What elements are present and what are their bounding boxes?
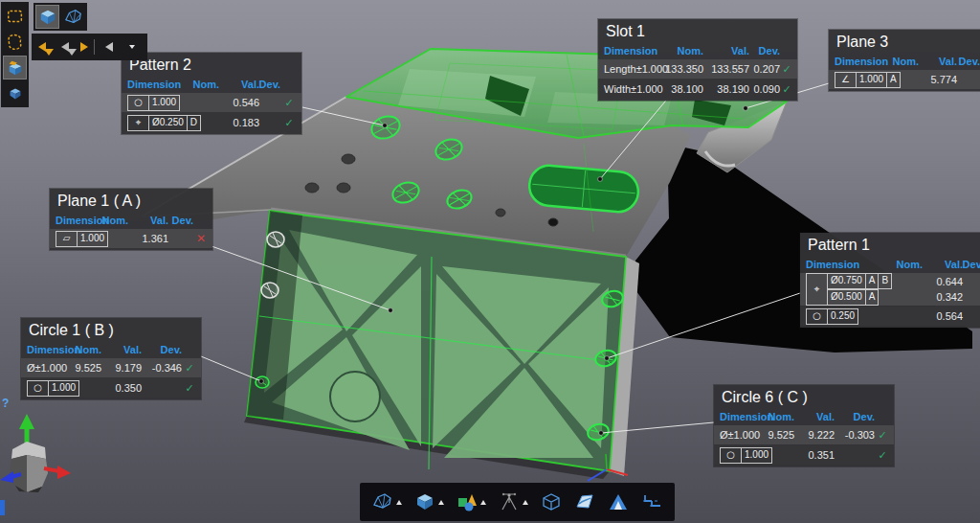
callout-header-row: DimensionNom.Val.Dev. xyxy=(21,341,201,357)
deviation-value: -0.346 xyxy=(152,362,182,374)
measurement-row[interactable]: Width±1.00038.10038.1900.090✓ xyxy=(598,80,797,99)
cad-model-tools-button[interactable] xyxy=(412,487,447,517)
selection-toolbar xyxy=(1,2,29,107)
surface-view-button[interactable] xyxy=(35,5,59,29)
pass-icon: ✓ xyxy=(185,362,193,375)
wireframe-view-button[interactable] xyxy=(61,5,85,29)
measurement-row[interactable]: Ø±1.0009.5259.179-0.346✓ xyxy=(21,358,201,377)
measurement-row[interactable]: Length±1.000133.350133.5570.207✓ xyxy=(598,59,797,79)
selection-extra-button[interactable] xyxy=(3,81,27,105)
tolerance-box: 1.000 xyxy=(148,95,180,111)
callout-slot-1[interactable]: Slot 1DimensionNom.Val.Dev.Length±1.0001… xyxy=(598,19,797,101)
column-header: Val. xyxy=(123,344,142,355)
circularity-symbol-icon: ○ xyxy=(127,95,149,111)
views-dropdown-button[interactable] xyxy=(122,36,143,58)
leader-target-dot xyxy=(744,106,748,111)
measured-value: 0.564 xyxy=(936,310,963,322)
volumetric-selection-button[interactable] xyxy=(3,56,27,80)
fcf-line: Ø0.750AB xyxy=(828,273,892,289)
rotate-view-left-button[interactable] xyxy=(36,36,57,58)
callout-header-row: DimensionNom.Val.Dev. xyxy=(714,408,894,424)
callout-pattern-2[interactable]: Pattern 2DimensionNom.Val.Dev.○1.0000.54… xyxy=(122,53,301,134)
device-position-button[interactable] xyxy=(496,487,531,517)
view-mode-toolbar xyxy=(33,3,87,31)
measured-value: 38.190 xyxy=(717,83,749,95)
rotate-view-button[interactable] xyxy=(59,36,90,58)
column-header: Val. xyxy=(939,56,957,67)
callout-header-row: DimensionNom.Val.Dev. xyxy=(800,256,980,272)
freeform-selection-button[interactable] xyxy=(3,30,27,54)
help-glyph[interactable]: ? xyxy=(2,397,9,410)
pass-icon: ✓ xyxy=(878,429,886,442)
navigation-toolbar xyxy=(32,34,147,60)
application-window: ? Pattern 2DimensionNom.Val.Dev.○1.0000.… xyxy=(0,0,980,523)
callout-circle-6[interactable]: Circle 6 ( C )DimensionNom.Val.Dev.Ø±1.0… xyxy=(714,385,894,466)
chevron-down-icon xyxy=(129,45,135,49)
pass-icon: ✓ xyxy=(284,97,293,109)
y-axis-arrow[interactable] xyxy=(19,414,34,429)
callout-plane-3[interactable]: Plane 3DimensionNom.Val.Dev.∠1.000A5.774 xyxy=(829,30,980,91)
callout-title: Pattern 2 xyxy=(122,53,301,76)
rectangle-selection-button[interactable] xyxy=(3,4,27,28)
callout-title: Plane 1 ( A ) xyxy=(50,189,212,212)
bottom-toolbar xyxy=(360,483,675,521)
measurement-row[interactable]: ○1.0000.546✓ xyxy=(122,93,301,112)
mesh-icon xyxy=(64,8,83,27)
surface-compare-button[interactable] xyxy=(571,487,598,517)
fcf-stack: Ø0.750ABØ0.500A xyxy=(828,273,892,306)
column-header: Dev. xyxy=(854,411,875,422)
measured-value: 0.644 xyxy=(936,274,963,289)
nominal-value: 133.350 xyxy=(665,63,703,75)
column-header: Dev. xyxy=(959,56,980,67)
measurement-row[interactable]: ▱1.0001.361✕ xyxy=(50,229,212,248)
z-axis-arrow[interactable] xyxy=(0,471,13,483)
dimension-label: Length±1.000 xyxy=(604,63,659,75)
measurement-row[interactable]: ⌖Ø0.250D0.183✓ xyxy=(122,113,301,132)
previous-view-button[interactable] xyxy=(99,36,120,58)
column-header: Dev. xyxy=(759,45,780,57)
rectangle-select-icon xyxy=(6,7,25,26)
pass-icon: ✓ xyxy=(878,449,886,462)
front-plane-highlight[interactable] xyxy=(247,211,626,471)
measurement-row[interactable]: ○1.0000.351✓ xyxy=(714,445,894,465)
mesh-tools-button[interactable] xyxy=(369,487,405,517)
measurement-row[interactable]: Ø±1.0009.5259.222-0.303✓ xyxy=(714,425,894,444)
bounding-box-button[interactable] xyxy=(538,487,565,517)
feature-control-frame: ▱1.000 xyxy=(56,231,98,247)
measured-value: 5.774 xyxy=(930,74,957,85)
callout-header-row: DimensionNom.Val.Dev. xyxy=(50,212,212,228)
measurement-row[interactable]: ○0.2500.564✕ xyxy=(800,307,980,326)
column-header: Val. xyxy=(731,45,749,57)
primitives-tools-button[interactable] xyxy=(454,487,489,517)
solid-box-icon xyxy=(414,491,435,512)
measured-value: 133.557 xyxy=(711,63,749,75)
leader-target-dot xyxy=(605,356,610,361)
tolerance-box: Ø0.750 xyxy=(827,273,866,289)
column-header: Val. xyxy=(816,411,835,422)
position-symbol-icon: ⌖ xyxy=(127,115,149,131)
measurement-row[interactable]: ∠1.000A5.774 xyxy=(829,70,980,89)
dropdown-caret-icon xyxy=(396,500,402,505)
callout-pattern-1[interactable]: Pattern 1DimensionNom.Val.Dev.⌖Ø0.750ABØ… xyxy=(800,233,980,328)
callout-circle-1[interactable]: Circle 1 ( B )DimensionNom.Val.Dev.Ø±1.0… xyxy=(21,318,201,399)
x-axis-arrow[interactable] xyxy=(57,466,71,479)
surface-icon xyxy=(574,491,595,512)
leader-target-dot xyxy=(389,308,393,313)
deviation-map-button[interactable] xyxy=(605,487,632,517)
nav-cube[interactable] xyxy=(0,414,71,492)
cross-section-button[interactable] xyxy=(638,487,665,517)
column-header: Dev. xyxy=(172,215,193,226)
slot-feature[interactable] xyxy=(527,164,639,214)
measurement-row[interactable]: ⌖Ø0.750ABØ0.500A0.6440.342✓ xyxy=(800,273,980,306)
deviation-map-icon xyxy=(608,491,629,512)
leader-target-dot xyxy=(599,431,604,436)
measurement-row[interactable]: ○1.0000.350✓ xyxy=(21,378,201,398)
mesh-icon xyxy=(372,491,393,512)
leader-target-dot xyxy=(259,379,264,384)
feature-control-frame: ⌖Ø0.750ABØ0.500A xyxy=(806,273,888,306)
solid-box-icon xyxy=(38,8,57,27)
callout-plane-1[interactable]: Plane 1 ( A )DimensionNom.Val.Dev.▱1.000… xyxy=(50,189,212,250)
pass-icon: ✓ xyxy=(782,83,791,96)
fail-icon: ✕ xyxy=(196,232,206,245)
column-header: Nom. xyxy=(897,259,924,270)
